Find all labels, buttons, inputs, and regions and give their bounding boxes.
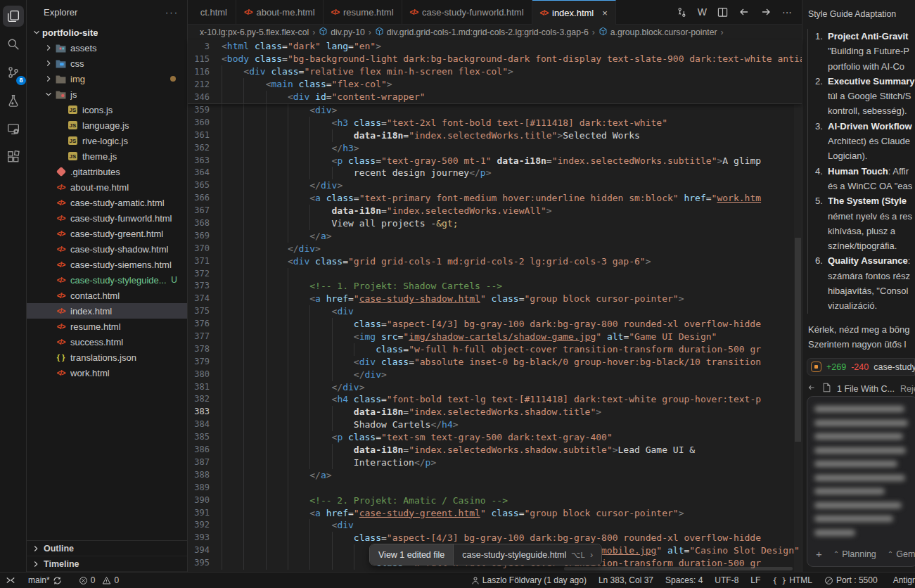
w-mode-icon[interactable]: W: [698, 6, 707, 18]
code-line[interactable]: 393 class="aspect-[4/3] bg-gray-100 dark…: [188, 532, 802, 544]
testing-icon[interactable]: [3, 90, 24, 111]
tree-item-js[interactable]: js: [27, 87, 187, 102]
code-line[interactable]: 381 </div>: [188, 381, 802, 394]
tree-item-case-study-amatic-html[interactable]: </>case-study-amatic.html: [27, 195, 187, 210]
code-line[interactable]: 380 </div>: [188, 369, 802, 381]
explorer-icon[interactable]: [3, 6, 24, 27]
code-line[interactable]: 379 <div class="absolute inset-0 bg-blac…: [188, 356, 802, 369]
tree-item-case-study-funworld-html[interactable]: </>case-study-funworld.html: [27, 210, 187, 226]
code-line[interactable]: 370 </div>: [188, 243, 802, 255]
code-line[interactable]: 377 <img src="img/shadow-cartels/shadow-…: [188, 331, 802, 343]
tab-index-html[interactable]: </>index.html×: [532, 0, 616, 25]
code-line[interactable]: 390 <!-- 2. Projekt: Amatic / Casino -->: [188, 494, 802, 507]
sidebar-more-icon[interactable]: ···: [165, 7, 179, 18]
problems-status[interactable]: 0 0: [79, 575, 119, 585]
code-line[interactable]: 365 </div>: [188, 179, 802, 192]
status-utf-8[interactable]: UTF-8: [715, 575, 738, 585]
breadcrumb-item[interactable]: div.py-10: [319, 27, 365, 38]
code-line[interactable]: 376 class="aspect-[4/3] bg-gray-100 dark…: [188, 318, 802, 331]
remote-preview-icon[interactable]: [3, 118, 24, 139]
more-actions-icon[interactable]: ···: [782, 6, 792, 18]
git-branch-status[interactable]: main*: [28, 575, 62, 585]
forward-icon[interactable]: [760, 6, 772, 18]
section-timeline[interactable]: Timeline: [27, 556, 187, 572]
tree-item-case-study-styleguide-[interactable]: </>case-study-styleguide...U: [27, 272, 187, 288]
code-line[interactable]: 392 <div: [188, 519, 802, 532]
status-html[interactable]: { }HTML: [772, 575, 812, 585]
remote-indicator-icon[interactable]: [6, 575, 15, 585]
code-line[interactable]: 389: [188, 482, 802, 494]
reject-button[interactable]: Rejec: [900, 384, 915, 394]
code-line[interactable]: 372: [188, 268, 802, 281]
close-tab-icon[interactable]: ×: [602, 8, 608, 18]
diff-chip[interactable]: +269 -240 case-study-: [807, 358, 915, 376]
tree-item-icons-js[interactable]: JSicons.js: [27, 102, 187, 117]
code-editor[interactable]: 359 <div>360 <h3 class="text-2xl font-bo…: [188, 104, 802, 572]
tree-item-case-study-siemens-html[interactable]: </>case-study-siemens.html: [27, 257, 187, 272]
code-line[interactable]: 375 <div: [188, 305, 802, 318]
code-line[interactable]: 386 data-i18n="index.selectedWorks.shado…: [188, 444, 802, 456]
tab-ct-html[interactable]: ct.html: [188, 0, 236, 24]
code-line[interactable]: 366 <a class="text-primary font-medium h…: [188, 192, 802, 205]
tab-resume-html[interactable]: </>resume.html: [324, 0, 402, 24]
extensions-icon[interactable]: [3, 146, 24, 167]
status-lf[interactable]: LF: [750, 575, 760, 585]
search-icon[interactable]: [3, 34, 24, 55]
planning-mode-select[interactable]: ⌃Planning: [833, 549, 876, 559]
breadcrumb-item[interactable]: a.group.block.cursor-pointer: [599, 27, 717, 38]
chat-composer[interactable]: + ⌃Planning ⌃Gemin: [807, 396, 915, 567]
back-icon[interactable]: [738, 6, 750, 18]
code-line[interactable]: 368 View all projects -&gt;: [188, 217, 802, 230]
tree-item-case-study-shadow-html[interactable]: </>case-study-shadow.html: [27, 241, 187, 257]
tab-about-me-html[interactable]: </>about-me.html: [236, 0, 324, 24]
files-changed-label[interactable]: 1 File With C...: [837, 384, 895, 394]
code-line[interactable]: 388 </a>: [188, 469, 802, 482]
tree-item-assets[interactable]: assets: [27, 40, 187, 56]
status-port-5500[interactable]: Port : 5500: [824, 575, 878, 585]
git-compare-icon[interactable]: [677, 7, 687, 18]
edited-file-pill[interactable]: View 1 edited file case-study-styleguide…: [369, 544, 602, 565]
tree-item-img[interactable]: img: [27, 71, 187, 87]
tree-item-index-html[interactable]: </>index.html: [27, 303, 187, 319]
add-context-icon[interactable]: +: [816, 548, 822, 560]
model-select[interactable]: ⌃Gemin: [888, 549, 915, 559]
code-line[interactable]: 378 class="w-full h-full object-cover tr…: [188, 343, 802, 356]
code-line[interactable]: 384 Shadow Cartels</h4>: [188, 418, 802, 431]
tree-item-work-html[interactable]: </>work.html: [27, 365, 187, 381]
tree-item-rive-logic-js[interactable]: JSrive-logic.js: [27, 133, 187, 148]
tree-item-css[interactable]: css: [27, 56, 187, 71]
code-line[interactable]: 362 </h3>: [188, 142, 802, 155]
code-line[interactable]: 383 data-i18n="index.selectedWorks.shado…: [188, 406, 802, 418]
split-editor-icon[interactable]: [717, 7, 728, 18]
status-antigr[interactable]: Antigr: [893, 575, 915, 585]
status-ln-383-col-37[interactable]: Ln 383, Col 37: [599, 575, 653, 585]
tree-item-translations-json[interactable]: { }translations.json: [27, 350, 187, 365]
section-outline[interactable]: Outline: [27, 541, 187, 556]
code-line[interactable]: 387 Interaction</p>: [188, 456, 802, 469]
code-line[interactable]: 364 recent design journey</p>: [188, 167, 802, 179]
code-line[interactable]: 373 <!-- 1. Projekt: Shadow Cartels -->: [188, 280, 802, 293]
vertical-scrollbar[interactable]: [794, 104, 802, 572]
code-line[interactable]: 382 <h4 class="font-bold text-lg text-[#…: [188, 393, 802, 406]
status-laszlo-f-ldvary-1-day-ago-[interactable]: Laszlo Földvary (1 day ago): [471, 575, 587, 585]
breadcrumb-item[interactable]: div.grid.grid-cols-1.md:grid-cols-2.lg:g…: [375, 27, 589, 38]
tree-item--gitattributes[interactable]: .gitattributes: [27, 164, 187, 179]
source-control-icon[interactable]: 8: [3, 62, 24, 83]
code-line[interactable]: 391 <a href="case-study-greent.html" cla…: [188, 507, 802, 520]
code-line[interactable]: 374 <a href="case-study-shadow.html" cla…: [188, 293, 802, 305]
code-line[interactable]: 361 data-i18n="index.selectedWorks.title…: [188, 129, 802, 142]
code-line[interactable]: 367 data-i18n="index.selectedWorks.viewA…: [188, 205, 802, 217]
tree-item-portfolio-site[interactable]: portfolio-site: [27, 25, 187, 40]
tree-item-about-me-html[interactable]: </>about-me.html: [27, 179, 187, 195]
breadcrumb-item[interactable]: x-10.lg:px-6.py-5.flex.flex-col: [200, 27, 309, 37]
tree-item-resume-html[interactable]: </>resume.html: [27, 319, 187, 334]
code-line[interactable]: 363 <p class="text-gray-500 mt-1" data-i…: [188, 155, 802, 167]
back-arrow-icon[interactable]: [807, 383, 817, 395]
code-line[interactable]: 360 <h3 class="text-2xl font-bold text-[…: [188, 117, 802, 129]
tree-item-case-study-greent-html[interactable]: </>case-study-greent.html: [27, 226, 187, 241]
tree-item-success-html[interactable]: </>success.html: [27, 334, 187, 350]
tree-item-contact-html[interactable]: </>contact.html: [27, 288, 187, 303]
tree-item-theme-js[interactable]: JStheme.js: [27, 148, 187, 164]
tree-item-language-js[interactable]: JSlanguage.js: [27, 117, 187, 133]
status-spaces-4[interactable]: Spaces: 4: [665, 575, 703, 585]
